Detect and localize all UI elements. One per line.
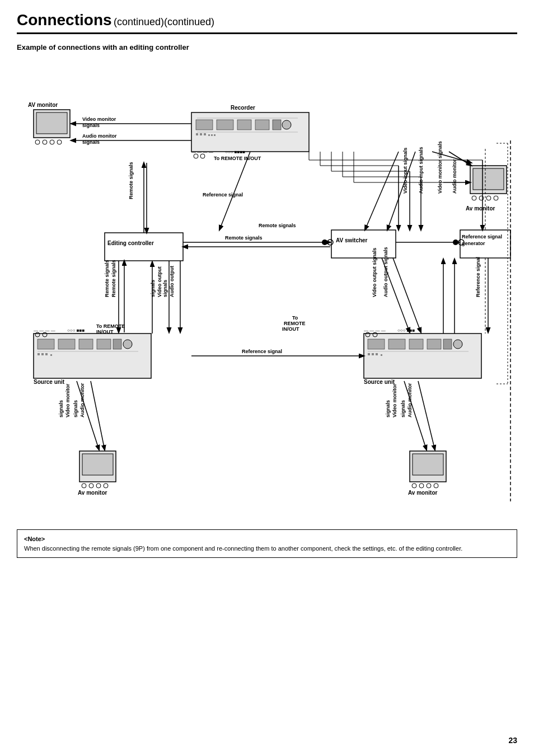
svg-text:○○○ ■■■■: ○○○ ■■■■ — [225, 149, 245, 154]
svg-rect-48 — [58, 339, 75, 349]
svg-line-114 — [219, 152, 250, 230]
svg-line-141 — [77, 381, 99, 450]
svg-text:Av monitor: Av monitor — [408, 490, 438, 496]
svg-point-92 — [434, 483, 438, 488]
svg-text:Audio monitor: Audio monitor — [79, 383, 85, 417]
svg-text:Source unit: Source unit — [364, 379, 395, 385]
page-number: 23 — [508, 736, 517, 745]
svg-text:Video output: Video output — [157, 266, 162, 297]
svg-text:Recorder: Recorder — [231, 105, 255, 111]
svg-rect-56 — [45, 353, 48, 355]
svg-line-108 — [387, 152, 415, 230]
svg-rect-64 — [368, 339, 385, 349]
svg-text:Video monitor: Video monitor — [82, 116, 116, 122]
svg-point-58 — [35, 332, 40, 337]
svg-rect-13 — [255, 120, 269, 130]
svg-rect-12 — [237, 120, 251, 130]
svg-text:signals: signals — [73, 400, 78, 417]
svg-text:Av monitor: Av monitor — [466, 205, 495, 212]
svg-text:REMOTE: REMOTE — [284, 321, 306, 326]
svg-text:Editing controller: Editing controller — [107, 240, 154, 246]
svg-text:Source unit: Source unit — [34, 379, 65, 385]
note-box: <Note> When disconnecting the remote sig… — [17, 529, 517, 558]
page-title-sub: (continued) — [114, 16, 164, 27]
svg-text:AV monitor: AV monitor — [28, 102, 58, 108]
svg-text:Av monitor: Av monitor — [78, 490, 107, 496]
svg-text:— — — —: — — — — — [364, 328, 386, 333]
svg-rect-18 — [204, 133, 206, 135]
svg-text:signals: signals — [150, 280, 156, 297]
svg-text:Audio monitor: Audio monitor — [452, 159, 457, 194]
svg-text:Reference signal: Reference signal — [203, 192, 243, 198]
svg-rect-20 — [211, 134, 213, 136]
svg-rect-73 — [376, 353, 378, 355]
svg-text:To: To — [292, 315, 298, 321]
svg-point-3 — [43, 140, 47, 144]
note-title: <Note> — [24, 534, 510, 544]
svg-text:signals: signals — [82, 139, 100, 145]
svg-line-110 — [432, 152, 471, 163]
svg-point-85 — [104, 483, 108, 488]
svg-rect-10 — [196, 120, 213, 130]
svg-text:Remote signals: Remote signals — [104, 260, 110, 297]
svg-text:Audio output: Audio output — [169, 266, 175, 297]
svg-point-23 — [200, 154, 205, 158]
svg-rect-1 — [36, 112, 67, 134]
svg-text:Video output signals: Video output signals — [372, 248, 377, 297]
section-title: Example of connections with an editing c… — [17, 43, 517, 51]
svg-point-4 — [50, 140, 54, 144]
svg-point-76 — [373, 332, 377, 337]
svg-text:signals: signals — [400, 400, 406, 417]
svg-text:Remote signals: Remote signals — [225, 235, 263, 241]
svg-rect-55 — [41, 353, 44, 355]
svg-text:Remote signals: Remote signals — [259, 223, 296, 228]
svg-rect-0 — [34, 110, 70, 138]
svg-text:Audio input signals: Audio input signals — [418, 147, 424, 194]
svg-text:Video input signals: Video input signals — [402, 148, 408, 194]
svg-rect-80 — [79, 451, 116, 482]
svg-point-51 — [123, 340, 132, 349]
svg-point-90 — [419, 483, 424, 488]
svg-text:Reference signal: Reference signal — [462, 234, 502, 240]
svg-rect-41 — [460, 230, 510, 258]
svg-point-83 — [89, 483, 93, 488]
svg-rect-19 — [208, 134, 210, 136]
svg-rect-57 — [50, 354, 52, 356]
svg-point-84 — [96, 483, 101, 488]
svg-point-14 — [282, 120, 291, 129]
svg-line-106 — [365, 152, 399, 230]
svg-rect-46 — [34, 334, 151, 378]
svg-point-44 — [453, 240, 458, 245]
svg-point-59 — [43, 332, 47, 337]
svg-rect-37 — [331, 230, 396, 258]
note-text: When disconnecting the remote signals (9… — [24, 544, 510, 553]
svg-line-150 — [418, 381, 435, 450]
svg-rect-54 — [38, 353, 40, 355]
svg-rect-74 — [381, 354, 382, 356]
svg-rect-63 — [364, 334, 481, 378]
svg-rect-21 — [214, 134, 216, 136]
svg-rect-29 — [473, 168, 504, 190]
svg-rect-16 — [196, 133, 198, 135]
svg-point-45 — [458, 240, 464, 245]
svg-text:IN/OUT: IN/OUT — [96, 329, 114, 335]
svg-text:AV switcher: AV switcher — [336, 237, 368, 243]
svg-text:Reference signal: Reference signal — [242, 349, 282, 354]
svg-text:○○○ ■■■: ○○○ ■■■ — [397, 328, 415, 333]
svg-point-89 — [412, 483, 416, 488]
svg-point-68 — [453, 340, 462, 349]
svg-text:signals: signals — [162, 280, 168, 297]
svg-text:To REMOTE IN/OUT: To REMOTE IN/OUT — [214, 156, 261, 161]
svg-point-33 — [494, 196, 498, 200]
svg-rect-50 — [97, 339, 111, 349]
svg-rect-49 — [79, 339, 93, 349]
svg-text:signals: signals — [385, 400, 391, 417]
svg-rect-11 — [217, 120, 233, 130]
page-title: Connections — [17, 11, 112, 29]
svg-text:Remote signals: Remote signals — [128, 162, 134, 199]
svg-rect-52 — [113, 339, 121, 349]
svg-rect-47 — [38, 339, 54, 349]
svg-text:Remote signals: Remote signals — [111, 260, 116, 297]
svg-rect-71 — [368, 353, 370, 355]
svg-text:Audio monitor: Audio monitor — [407, 383, 413, 417]
